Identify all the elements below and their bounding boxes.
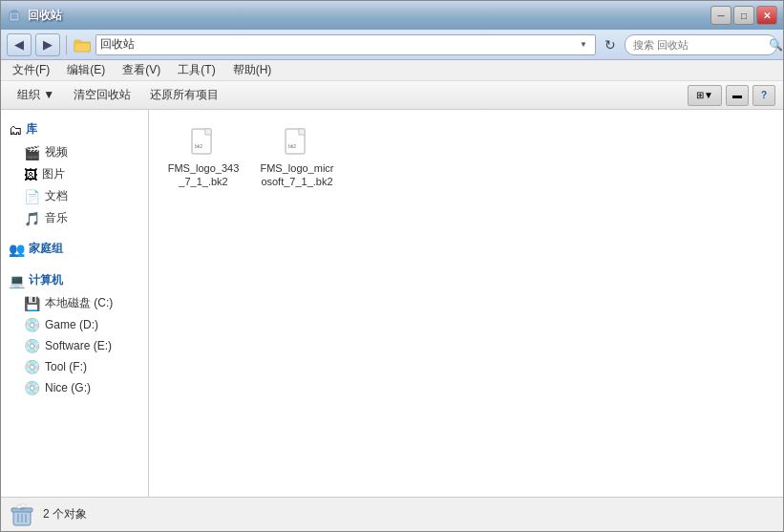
toolbar-right: ⊞▼ ▬ ? <box>688 85 775 106</box>
sidebar-item-drive-c[interactable]: 💾 本地磁盘 (C:) <box>1 292 148 314</box>
sidebar-section-computer[interactable]: 💻 计算机 <box>1 268 148 292</box>
file-area: bk2 FMS_logo_343_7_1_.bk2 bk2 FMS_logo_m… <box>149 110 783 497</box>
menu-view[interactable]: 查看(V) <box>115 60 168 80</box>
svg-rect-18 <box>21 503 26 506</box>
drive-c-icon: 💾 <box>24 296 40 311</box>
main-window: 回收站 ─ □ ✕ ◀ ▶ 回收站 ▼ ↻ 🔍 文件(F) <box>0 0 784 532</box>
sidebar-section-library[interactable]: 🗂 库 <box>1 117 148 141</box>
back-button[interactable]: ◀ <box>7 33 32 56</box>
sidebar: 🗂 库 🎬 视频 🖼 图片 📄 文档 🎵 音乐 👥 <box>1 110 149 497</box>
menu-edit[interactable]: 编辑(E) <box>59 60 113 80</box>
sidebar-item-drive-e[interactable]: 💿 Software (E:) <box>1 335 148 356</box>
title-bar: 回收站 ─ □ ✕ <box>1 1 783 30</box>
empty-recycle-button[interactable]: 清空回收站 <box>65 84 139 107</box>
folder-nav-icon <box>73 36 92 53</box>
title-bar-buttons: ─ □ ✕ <box>710 6 777 25</box>
svg-text:bk2: bk2 <box>195 143 202 149</box>
search-box[interactable]: 🔍 <box>625 34 777 55</box>
sidebar-item-drive-g[interactable]: 💿 Nice (G:) <box>1 377 148 398</box>
drive-f-icon: 💿 <box>24 359 40 374</box>
maximize-button[interactable]: □ <box>733 6 754 25</box>
sidebar-divider-2 <box>1 261 148 268</box>
title-icon <box>7 8 22 23</box>
video-icon: 🎬 <box>24 145 40 160</box>
organize-button[interactable]: 组织 ▼ <box>9 84 63 107</box>
sidebar-item-drive-f[interactable]: 💿 Tool (F:) <box>1 356 148 377</box>
sidebar-item-video[interactable]: 🎬 视频 <box>1 141 148 163</box>
video-label: 视频 <box>45 144 68 160</box>
status-bar: 2 个对象 <box>1 497 783 531</box>
document-label: 文档 <box>45 188 68 204</box>
svg-rect-9 <box>299 129 305 135</box>
menu-help[interactable]: 帮助(H) <box>225 60 280 80</box>
recycle-bin-status-icon <box>9 501 35 528</box>
sidebar-section-homegroup[interactable]: 👥 家庭组 <box>1 237 148 261</box>
forward-button[interactable]: ▶ <box>35 33 60 56</box>
document-icon: 📄 <box>24 189 40 204</box>
library-icon: 🗂 <box>9 122 22 138</box>
picture-label: 图片 <box>42 166 65 182</box>
menu-file[interactable]: 文件(F) <box>5 60 57 80</box>
search-input[interactable] <box>633 39 765 51</box>
file-icon-2: bk2 <box>282 127 312 158</box>
minimize-button[interactable]: ─ <box>710 6 731 25</box>
address-text: 回收站 <box>100 36 576 53</box>
file-item-2[interactable]: bk2 FMS_logo_microsoft_7_1_.bk2 <box>254 121 340 195</box>
search-icon[interactable]: 🔍 <box>769 38 783 52</box>
file-icon-1: bk2 <box>188 127 219 158</box>
view-toggle-button[interactable]: ⊞▼ <box>688 85 722 106</box>
status-count: 2 个对象 <box>43 506 87 522</box>
drive-d-label: Game (D:) <box>45 318 98 331</box>
drive-f-label: Tool (F:) <box>45 360 87 373</box>
svg-rect-6 <box>205 129 211 135</box>
drive-d-icon: 💿 <box>24 317 40 332</box>
nav-separator <box>66 35 67 54</box>
menu-tools[interactable]: 工具(T) <box>170 60 222 80</box>
help-button[interactable]: ? <box>752 85 775 106</box>
sidebar-item-music[interactable]: 🎵 音乐 <box>1 207 148 229</box>
homegroup-icon: 👥 <box>9 242 25 257</box>
file-item-1[interactable]: bk2 FMS_logo_343_7_1_.bk2 <box>160 121 246 195</box>
nav-bar: ◀ ▶ 回收站 ▼ ↻ 🔍 <box>1 30 783 60</box>
preview-pane-button[interactable]: ▬ <box>726 85 749 106</box>
restore-all-button[interactable]: 还原所有项目 <box>141 84 227 107</box>
file-name-1: FMS_logo_343_7_1_.bk2 <box>166 161 241 189</box>
drive-g-label: Nice (G:) <box>45 381 91 394</box>
main-content: 🗂 库 🎬 视频 🖼 图片 📄 文档 🎵 音乐 👥 <box>1 110 783 497</box>
menu-bar: 文件(F) 编辑(E) 查看(V) 工具(T) 帮助(H) <box>1 60 783 81</box>
sidebar-divider-1 <box>1 229 148 237</box>
picture-icon: 🖼 <box>24 167 37 182</box>
window-title: 回收站 <box>28 8 62 24</box>
computer-icon: 💻 <box>9 273 25 288</box>
drive-e-icon: 💿 <box>24 338 40 353</box>
computer-label: 计算机 <box>29 272 63 288</box>
music-icon: 🎵 <box>24 211 40 226</box>
library-label: 库 <box>26 121 37 138</box>
sidebar-item-picture[interactable]: 🖼 图片 <box>1 163 148 185</box>
refresh-button[interactable]: ↻ <box>600 34 621 55</box>
drive-e-label: Software (E:) <box>45 339 112 352</box>
title-bar-left: 回收站 <box>7 8 62 24</box>
svg-text:bk2: bk2 <box>288 143 296 149</box>
sidebar-item-document[interactable]: 📄 文档 <box>1 185 148 207</box>
file-name-2: FMS_logo_microsoft_7_1_.bk2 <box>260 161 334 189</box>
toolbar: 组织 ▼ 清空回收站 还原所有项目 ⊞▼ ▬ ? <box>1 81 783 110</box>
drive-c-label: 本地磁盘 (C:) <box>45 295 113 311</box>
homegroup-label: 家庭组 <box>29 241 63 257</box>
sidebar-item-drive-d[interactable]: 💿 Game (D:) <box>1 314 148 335</box>
drive-g-icon: 💿 <box>24 380 40 395</box>
svg-rect-1 <box>11 11 17 12</box>
close-button[interactable]: ✕ <box>756 6 777 25</box>
address-bar[interactable]: 回收站 ▼ <box>95 34 596 55</box>
address-dropdown-button[interactable]: ▼ <box>576 35 591 54</box>
music-label: 音乐 <box>45 210 68 226</box>
